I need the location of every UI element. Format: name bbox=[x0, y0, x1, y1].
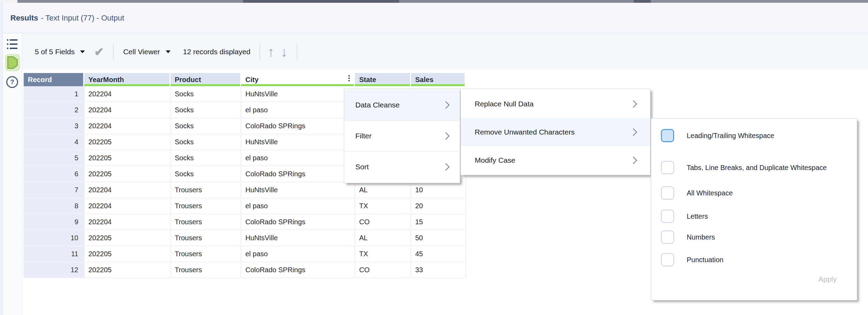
cell[interactable]: ColoRado SPRings bbox=[241, 262, 355, 278]
apply-button[interactable]: Apply bbox=[818, 275, 837, 283]
cell[interactable]: TX bbox=[355, 198, 411, 214]
cell[interactable]: 7 bbox=[24, 182, 84, 198]
checkbox-icon[interactable] bbox=[661, 161, 674, 174]
menu-item-replace-null-data[interactable]: Replace Null Data bbox=[461, 90, 650, 118]
cell[interactable]: 10 bbox=[411, 182, 466, 198]
cell[interactable]: HuNtsVille bbox=[241, 86, 355, 102]
cell[interactable]: Trousers bbox=[171, 214, 241, 230]
cell[interactable]: Trousers bbox=[171, 182, 241, 198]
column-header-state[interactable]: State bbox=[355, 73, 411, 86]
cell[interactable]: 5 bbox=[24, 150, 84, 166]
cell[interactable]: Trousers bbox=[171, 230, 241, 246]
scroll-down-icon[interactable]: ↓ bbox=[281, 45, 288, 59]
cell[interactable]: 202204 bbox=[84, 102, 171, 118]
cell[interactable]: 8 bbox=[24, 198, 84, 214]
cell[interactable]: 202205 bbox=[84, 134, 171, 150]
cell[interactable]: AL bbox=[355, 182, 411, 198]
scroll-up-icon[interactable]: ↑ bbox=[268, 45, 275, 59]
cell[interactable]: 50 bbox=[411, 230, 466, 246]
option-tabs-line-breaks-duplicate-whitespace[interactable]: Tabs, Line Breaks, and Duplicate Whitesp… bbox=[661, 161, 843, 174]
cell[interactable]: ColoRado SPRings bbox=[241, 214, 355, 230]
cell[interactable]: 202205 bbox=[84, 230, 171, 246]
cell[interactable]: Trousers bbox=[171, 262, 241, 278]
option-leading-trailing-whitespace[interactable]: Leading/Trailing Whitespace bbox=[661, 129, 843, 142]
cell[interactable]: Trousers bbox=[171, 246, 241, 262]
cell[interactable]: 202204 bbox=[84, 182, 171, 198]
cell[interactable]: 202204 bbox=[84, 198, 171, 214]
cell[interactable]: 202205 bbox=[84, 166, 171, 182]
menu-item-label: Sort bbox=[355, 163, 369, 171]
cell[interactable]: el paso bbox=[241, 198, 355, 214]
cell[interactable]: Socks bbox=[171, 102, 241, 118]
cell[interactable]: Socks bbox=[171, 118, 241, 134]
cell[interactable]: HuNtsVille bbox=[241, 230, 355, 246]
cell[interactable]: 202205 bbox=[84, 262, 171, 278]
cell[interactable]: ColoRado SPRings bbox=[241, 118, 355, 134]
list-view-icon[interactable] bbox=[7, 39, 18, 49]
menu-item-data-cleanse[interactable]: Data Cleanse bbox=[344, 90, 460, 120]
checkbox-icon[interactable] bbox=[661, 253, 674, 266]
cell[interactable]: CO bbox=[355, 214, 411, 230]
option-numbers[interactable]: Numbers bbox=[661, 231, 843, 244]
cell[interactable]: 1 bbox=[24, 86, 84, 102]
cell[interactable]: 9 bbox=[24, 214, 84, 230]
menu-item-filter[interactable]: Filter bbox=[344, 121, 460, 151]
fields-dropdown[interactable]: 5 of 5 Fields bbox=[35, 48, 74, 56]
column-header-yearmonth[interactable]: YearMonth bbox=[84, 73, 171, 86]
cell[interactable]: Socks bbox=[171, 150, 241, 166]
column-menu-kebab-icon[interactable] bbox=[348, 75, 350, 81]
cell[interactable]: 6 bbox=[24, 166, 84, 182]
chevron-down-icon[interactable] bbox=[80, 50, 85, 53]
cell[interactable]: 11 bbox=[24, 246, 84, 262]
header-accent-bar bbox=[84, 84, 169, 86]
menu-item-remove-unwanted-characters[interactable]: Remove Unwanted Characters bbox=[461, 118, 650, 146]
cell[interactable]: TX bbox=[355, 246, 411, 262]
column-header-product[interactable]: Product bbox=[171, 73, 241, 86]
cell[interactable]: 3 bbox=[24, 118, 84, 134]
output-anchor-icon[interactable] bbox=[5, 54, 20, 71]
option-letters[interactable]: Letters bbox=[661, 210, 843, 223]
cell[interactable]: CO bbox=[355, 262, 411, 278]
option-all-whitespace[interactable]: All Whitespace bbox=[661, 186, 843, 200]
column-header-city[interactable]: City bbox=[241, 73, 355, 86]
column-header-record[interactable]: Record bbox=[24, 73, 84, 86]
checkbox-icon[interactable] bbox=[661, 210, 674, 223]
chevron-down-icon[interactable] bbox=[166, 50, 171, 53]
cell[interactable]: el paso bbox=[241, 150, 355, 166]
cell[interactable]: 4 bbox=[24, 134, 84, 150]
cell[interactable]: 202204 bbox=[84, 86, 171, 102]
cell[interactable]: 10 bbox=[24, 230, 84, 246]
apply-check-icon[interactable]: ✔ bbox=[94, 46, 104, 58]
checkbox-icon[interactable] bbox=[661, 186, 674, 200]
cell[interactable]: 45 bbox=[411, 246, 466, 262]
cell[interactable]: 20 bbox=[411, 198, 466, 214]
option-punctuation[interactable]: Punctuation bbox=[661, 253, 843, 266]
cell[interactable]: 2 bbox=[24, 102, 84, 118]
checkbox-icon[interactable] bbox=[661, 129, 674, 142]
cell[interactable]: HuNtsVille bbox=[241, 134, 355, 150]
menu-item-modify-case[interactable]: Modify Case bbox=[461, 146, 650, 174]
cell[interactable]: Socks bbox=[171, 134, 241, 150]
menu-item-sort[interactable]: Sort bbox=[344, 152, 460, 182]
column-header-sales[interactable]: Sales bbox=[411, 73, 466, 86]
cell[interactable]: Socks bbox=[171, 166, 241, 182]
cell[interactable]: 202204 bbox=[84, 214, 171, 230]
cell[interactable]: 15 bbox=[411, 214, 466, 230]
cell[interactable]: 12 bbox=[24, 262, 84, 278]
help-icon[interactable]: ? bbox=[6, 76, 18, 88]
cell[interactable]: AL bbox=[355, 230, 411, 246]
cell[interactable]: el paso bbox=[241, 102, 355, 118]
cell[interactable]: 202205 bbox=[84, 246, 171, 262]
cell[interactable]: Socks bbox=[171, 86, 241, 102]
cell[interactable]: ColoRado SPRings bbox=[241, 166, 355, 182]
cell[interactable]: 202205 bbox=[84, 150, 171, 166]
cell[interactable]: el paso bbox=[241, 246, 355, 262]
cell[interactable]: Trousers bbox=[171, 198, 241, 214]
cell[interactable]: HuNtsVille bbox=[241, 182, 355, 198]
option-label: All Whitespace bbox=[687, 186, 733, 198]
checkbox-icon[interactable] bbox=[661, 231, 674, 244]
cell-viewer-dropdown[interactable]: Cell Viewer bbox=[123, 48, 160, 56]
header-accent-bar bbox=[171, 84, 240, 86]
cell[interactable]: 202204 bbox=[84, 118, 171, 134]
cell[interactable]: 33 bbox=[411, 262, 466, 278]
